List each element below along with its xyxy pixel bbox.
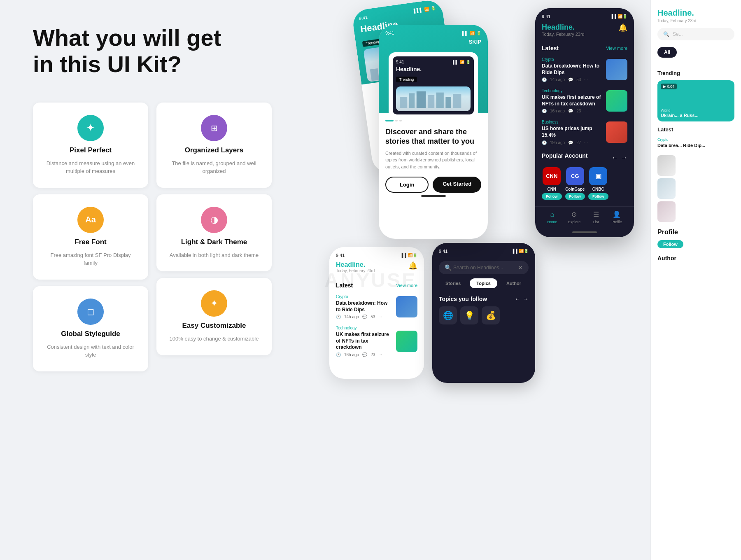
cnn-logo: CNN	[543, 167, 561, 185]
nav-left-icon[interactable]: ←	[515, 296, 520, 302]
dark-news-item-0: Crypto Data breakdown: How to Ride Dips …	[535, 54, 634, 85]
dark-news-text-1: Technology UK makes first seizure of NFT…	[542, 89, 603, 113]
search-icon: 🔍	[663, 31, 669, 37]
topics-title: Topics you follow ← →	[439, 296, 529, 302]
free-font-desc: Free amazing font SF Pro Display family	[43, 251, 138, 267]
profile-nav-label: Profile	[611, 220, 622, 224]
profile-nav-icon: 👤	[612, 210, 621, 219]
dark-view-more[interactable]: View more	[606, 46, 627, 51]
person-thumb-0	[657, 155, 676, 176]
dark-news-headline-0: Data breakdown: How to Ride Dips	[542, 63, 603, 76]
cnn-follow-btn[interactable]: Follow	[542, 193, 562, 200]
sidebar-trending-card: ▶ 0:04 World Ukrain... a Russ...	[657, 80, 734, 121]
feature-card-pixel-perfect: ✦ Pixel Perfect Distance and measure usi…	[33, 103, 148, 188]
bell-icon[interactable]: 🔔	[408, 261, 417, 270]
pixel-perfect-icon: ✦	[77, 115, 104, 141]
cnbc-follow-btn[interactable]: Follow	[588, 193, 608, 200]
phone-bottom: Discover and share the stories that matt…	[379, 113, 488, 208]
getstarted-button[interactable]: Get Started	[433, 177, 481, 193]
nav-explore[interactable]: ⊙ Explore	[568, 210, 581, 224]
phone-buttons: Login Get Started	[385, 177, 481, 193]
tab-author[interactable]: Author	[500, 278, 528, 288]
dark-thumb-0	[606, 59, 627, 80]
dark-news-item-2: Business US home prices jump 15.4% 🕐19h …	[535, 117, 634, 148]
explore-nav-label: Explore	[568, 220, 581, 224]
search-clear-icon[interactable]: ✕	[518, 264, 523, 271]
dark-news-meta-2: 🕐19h ago 💬27 ···	[542, 140, 603, 145]
customizable-desc: 100% easy to change & customizable	[170, 335, 259, 343]
search-bar[interactable]: 🔍 Search on Headlines... ✕	[439, 261, 529, 274]
sidebar-date: Today, February 23rd	[657, 19, 734, 23]
topic-icon-2[interactable]: 💰	[482, 306, 500, 324]
dark-news-text-0: Crypto Data breakdown: How to Ride Dips …	[542, 57, 603, 82]
coingape-follow-btn[interactable]: Follow	[565, 193, 585, 200]
search-phone-header: 9:41 ▌▌📶🔋	[432, 243, 535, 261]
light-view-more[interactable]: View more	[396, 283, 417, 288]
dark-phone: 9:41 ▌▌📶🔋 Headline. Today, February 23rd…	[535, 8, 634, 237]
light-status-bar: 9:41 ▌▌📶🔋	[336, 253, 417, 258]
dark-phone-container: 9:41 ▌▌📶🔋 Headline. Today, February 23rd…	[535, 0, 650, 560]
dark-time: 9:41	[542, 14, 550, 19]
inner-time: 9:41	[396, 60, 404, 64]
svg-rect-12	[445, 97, 451, 108]
inner-city	[396, 86, 471, 111]
dark-nav: ⌂ Home ⊙ Explore ☰ List 👤 Profile	[535, 206, 634, 229]
dark-news-text-2: Business US home prices jump 15.4% 🕐19h …	[542, 120, 603, 145]
dark-latest-label: Latest	[542, 45, 559, 51]
login-button[interactable]: Login	[385, 177, 429, 193]
home-nav-icon: ⌂	[548, 210, 557, 219]
dark-news-item-1: Technology UK makes first seizure of NFT…	[535, 85, 634, 117]
tab-stories[interactable]: Stories	[439, 278, 467, 288]
dark-header: 9:41 ▌▌📶🔋 Headline. Today, February 23rd…	[535, 8, 634, 41]
features-col-2: ⊞ Organized Layers The file is named, gr…	[156, 103, 272, 371]
theme-desc: Available in both light and dark theme	[170, 251, 259, 259]
popular-accounts: CNN CNN Follow CG CoinGape Follow ▣ CNBC…	[542, 167, 627, 200]
nav-right-icon[interactable]: →	[523, 296, 529, 302]
inner-trending: Trending	[396, 77, 417, 82]
light-news-item-1: Technology UK makes first seizure of NFT…	[329, 322, 424, 360]
search-tabs: Stories Topics Author	[432, 278, 535, 292]
feature-card-styleguide: ◻ Global Styleguide Consistent design wi…	[33, 286, 148, 371]
account-coingape: CG CoinGape Follow	[565, 167, 585, 200]
cnn-name: CNN	[547, 187, 556, 191]
main-phone-status: 9:41 ▌▌📶🔋	[385, 30, 481, 35]
svg-rect-8	[409, 93, 415, 108]
topics-section: Topics you follow ← → 🌐 💡 💰	[432, 292, 535, 328]
sidebar-news-item-0: Crypto Data brea... Ride Dip...	[657, 135, 734, 151]
dark-news-cat-0: Crypto	[542, 57, 603, 62]
tab-topics[interactable]: Topics	[470, 278, 497, 288]
sidebar-headline: Headline.	[657, 8, 734, 18]
topic-icon-1[interactable]: 💡	[460, 306, 478, 324]
dark-news-meta-0: 🕐14h ago 💬53 ···	[542, 77, 603, 82]
cnbc-name: CNBC	[592, 187, 604, 191]
popular-next-icon[interactable]: →	[621, 154, 627, 161]
light-news-text-0: Crypto Data breakdown: How to Ride Dips …	[336, 294, 393, 319]
home-indicator	[421, 195, 446, 197]
dark-date: Today, February 23rd	[542, 32, 585, 37]
nav-list[interactable]: ☰ List	[592, 210, 601, 224]
svg-rect-7	[400, 97, 407, 108]
free-font-title: Free Font	[75, 238, 106, 246]
sidebar-search[interactable]: 🔍 Se...	[657, 28, 734, 40]
skip-button[interactable]: SKIP	[469, 39, 481, 45]
organized-icon: ⊞	[201, 115, 227, 141]
search-placeholder: Search on Headlines...	[453, 265, 516, 271]
dark-news-cat-1: Technology	[542, 89, 603, 93]
profile-label: Profile	[657, 229, 734, 236]
filter-all-btn[interactable]: All	[657, 47, 677, 58]
profile-section: Profile Follow	[657, 229, 734, 248]
topic-icon-0[interactable]: 🌐	[439, 306, 457, 324]
nav-profile[interactable]: 👤 Profile	[611, 210, 622, 224]
svg-rect-9	[417, 91, 426, 108]
dark-bell-icon[interactable]: 🔔	[618, 23, 627, 32]
customizable-icon: ✦	[201, 290, 227, 317]
nav-home[interactable]: ⌂ Home	[547, 210, 557, 224]
popular-title: Popular Account	[542, 152, 588, 159]
features-grid: ✦ Pixel Perfect Distance and measure usi…	[33, 103, 288, 371]
coingape-logo: CG	[566, 167, 584, 185]
follow-label[interactable]: Follow	[657, 240, 683, 248]
dark-news-headline-1: UK makes first seizure of NFTs in tax cr…	[542, 94, 603, 107]
feature-card-theme: ◑ Light & Dark Theme Available in both l…	[156, 194, 272, 272]
popular-prev-icon[interactable]: ←	[612, 154, 618, 161]
author-label: Author	[657, 255, 734, 261]
